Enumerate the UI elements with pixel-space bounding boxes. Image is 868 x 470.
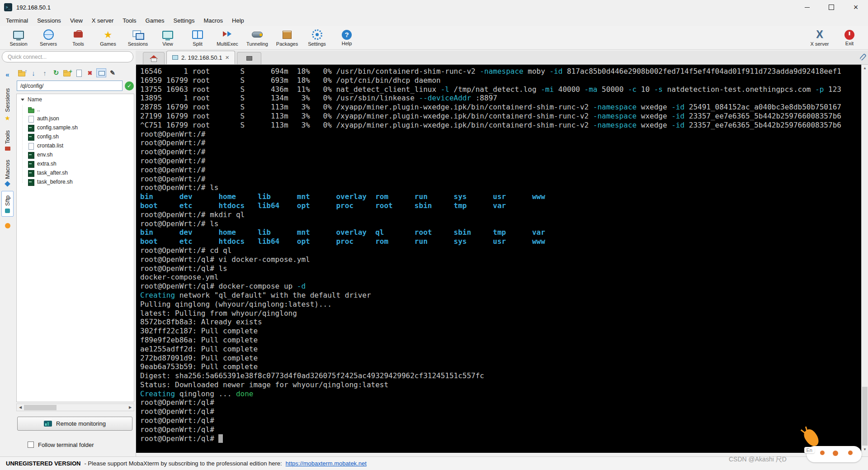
file-row[interactable]: extra.sh <box>18 159 134 168</box>
close-button[interactable] <box>844 0 868 14</box>
file-row[interactable]: task_before.sh <box>18 177 134 186</box>
toolbar-label: Servers <box>40 41 57 47</box>
scroll-left-icon[interactable]: ◀ <box>18 405 23 409</box>
folder-up-icon[interactable]: ↑ <box>17 68 27 77</box>
script-icon <box>28 152 34 158</box>
follow-terminal-checkbox[interactable] <box>28 442 34 448</box>
side-tab-tools[interactable]: Tools <box>1 126 14 154</box>
download-icon[interactable]: ↓ <box>28 68 38 77</box>
home-tab[interactable] <box>143 52 165 64</box>
scroll-right-icon[interactable]: ▶ <box>127 405 133 409</box>
sftp-panel: ↑↓↑↻+✖✎ Name ..auth.jsonconfig.sample.sh… <box>15 66 136 456</box>
edit-icon[interactable]: ✎ <box>108 68 118 77</box>
toolbar-button-view[interactable]: View <box>153 27 183 49</box>
quick-connect-input[interactable] <box>2 51 133 62</box>
unregistered-version-label: UNREGISTERED VERSION <box>6 460 80 467</box>
menu-item-x-server[interactable]: X server <box>87 16 118 25</box>
attachments-icon[interactable] <box>859 53 867 61</box>
scroll-down-icon[interactable]: ▼ <box>862 446 868 453</box>
terminal-line: root@OpenWrt:/ql# <box>140 416 861 425</box>
side-tab-sessions[interactable]: Sessions★ <box>1 84 14 124</box>
menu-item-terminal[interactable]: Terminal <box>1 16 33 25</box>
terminal-line: root@OpenWrt:/# <box>140 175 861 184</box>
side-tab-macros[interactable]: Macros <box>1 156 14 189</box>
new-tab-button[interactable] <box>237 52 261 64</box>
terminal-tabbar: 2. 192.168.50.1 <box>136 51 868 65</box>
toolbar-button-sessions[interactable]: Sessions <box>123 27 153 49</box>
collapse-sidebar-icon[interactable] <box>5 69 9 80</box>
mobatek-link[interactable]: https://mobaxterm.mobatek.net <box>286 460 367 467</box>
session-tab-active[interactable]: 2. 192.168.50.1 <box>166 51 235 64</box>
delete-icon[interactable]: ✖ <box>85 68 95 77</box>
toolbar-button-settings[interactable]: Settings <box>302 27 332 49</box>
scroll-thumb[interactable] <box>862 387 868 446</box>
menu-item-sessions[interactable]: Sessions <box>33 16 66 25</box>
horizontal-scrollbar[interactable]: ◀ ▶ <box>16 404 134 411</box>
new-file-icon[interactable] <box>74 68 84 77</box>
menu-item-help[interactable]: Help <box>227 16 249 25</box>
file-row[interactable]: .. <box>18 105 134 114</box>
session-tab-label: 2. 192.168.50.1 <box>181 54 222 61</box>
toolbar-button-games[interactable]: ★Games <box>93 27 123 49</box>
terminal-line: Status: Downloaded newer image for whyou… <box>140 380 861 389</box>
terminal-line: root@OpenWrt:/ql# <box>140 434 861 443</box>
follow-folder-icon[interactable] <box>96 68 106 77</box>
file-row[interactable]: auth.json <box>18 114 134 123</box>
terminal-line: root@OpenWrt:/ql# docker-compose up -d <box>140 282 861 291</box>
exit-icon <box>844 30 854 40</box>
menu-item-tools[interactable]: Tools <box>118 16 141 25</box>
toolbar-button-tunneling[interactable]: Tunneling <box>242 27 272 49</box>
tools-tab-icon <box>5 147 10 151</box>
tree-header[interactable]: Name <box>17 94 134 105</box>
menu-item-settings[interactable]: Settings <box>169 16 199 25</box>
menu-item-macros[interactable]: Macros <box>199 16 227 25</box>
path-confirm-button[interactable] <box>125 81 134 90</box>
script-icon <box>28 179 34 185</box>
toolbar-button-session[interactable]: Session <box>4 27 33 49</box>
star-icon: ★ <box>5 115 10 121</box>
settings-icon <box>311 29 323 40</box>
toolbar-button-x-server[interactable]: XX server <box>805 27 835 49</box>
toolbar-button-split[interactable]: Split <box>183 27 212 49</box>
toolbar-label: Settings <box>308 41 326 47</box>
toolbar-button-exit[interactable]: Exit <box>835 27 864 49</box>
terminal-line: 302fff22c187: Pull complete <box>140 327 861 336</box>
toolbar-button-packages[interactable]: Packages <box>272 27 302 49</box>
terminal-line: latest: Pulling from whyour/qinglong <box>140 309 861 318</box>
terminal-line: root@OpenWrt:/# mkdir ql <box>140 210 861 219</box>
minimize-button[interactable] <box>795 0 819 14</box>
terminal-line: 16546 1 root S 694m 18% 0% /usr/bin/cont… <box>140 67 861 76</box>
refresh-icon[interactable]: ↻ <box>51 68 61 77</box>
toolbar-button-multiexec[interactable]: MultiExec <box>212 27 242 49</box>
scroll-up-icon[interactable]: ▲ <box>862 65 868 71</box>
follow-terminal-row: Follow terminal folder <box>28 440 94 449</box>
maximize-button[interactable] <box>819 0 844 14</box>
terminal-line: root@OpenWrt:/# cd ql <box>140 246 861 255</box>
terminal-line: boot etc htdocs lib64 opt proc root sbin… <box>140 201 861 210</box>
new-folder-icon[interactable]: + <box>62 68 72 77</box>
remote-monitoring-button[interactable]: Remote monitoring <box>17 417 132 431</box>
file-row[interactable]: crontab.list <box>18 141 134 150</box>
app-icon: >_ <box>4 3 12 11</box>
toolbar-button-tools[interactable]: Tools <box>63 27 93 49</box>
menu-item-view[interactable]: View <box>66 16 87 25</box>
file-name: extra.sh <box>37 161 57 167</box>
close-tab-icon[interactable] <box>225 53 229 62</box>
side-tab-sftp[interactable]: Sftp <box>1 191 14 217</box>
side-tab-label: Sftp <box>4 195 11 206</box>
terminal-scrollbar[interactable]: ▲ ▼ <box>861 65 868 453</box>
file-row[interactable]: env.sh <box>18 150 134 159</box>
statusbar: UNREGISTERED VERSION - Please support Mo… <box>0 456 868 470</box>
path-input[interactable] <box>17 81 123 91</box>
terminal-output[interactable]: 16546 1 root S 694m 18% 0% /usr/bin/cont… <box>136 65 861 453</box>
terminal-line: 27199 16799 root S 113m 3% 0% /xyapp/min… <box>140 112 861 121</box>
file-row[interactable]: config.sh <box>18 132 134 141</box>
toolbar-button-servers[interactable]: Servers <box>33 27 63 49</box>
horizontal-scroll-thumb[interactable] <box>24 405 57 410</box>
file-row[interactable]: task_after.sh <box>18 168 134 177</box>
terminal-line: root@OpenWrt:/# <box>140 147 861 157</box>
toolbar-button-help[interactable]: ?Help <box>332 27 362 49</box>
menu-item-games[interactable]: Games <box>141 16 169 25</box>
upload-icon[interactable]: ↑ <box>40 68 50 77</box>
file-row[interactable]: config.sample.sh <box>18 123 134 132</box>
